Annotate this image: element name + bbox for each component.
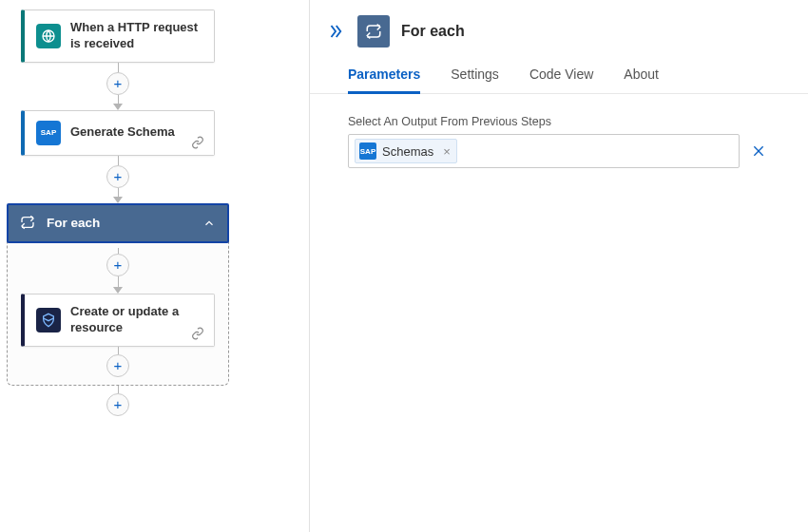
output-field-row: SAP Schemas × xyxy=(310,134,808,168)
connector: + xyxy=(21,248,215,294)
connector: + xyxy=(21,347,215,377)
for-each-header[interactable]: For each xyxy=(7,203,229,243)
add-step-button[interactable]: + xyxy=(106,72,129,95)
sap-icon: SAP xyxy=(36,121,61,145)
tab-code-view[interactable]: Code View xyxy=(529,66,593,93)
flow-canvas: When a HTTP request is received + SAP Ge… xyxy=(0,0,309,532)
collapse-button[interactable] xyxy=(327,23,344,40)
tab-parameters[interactable]: Parameters xyxy=(348,66,420,94)
token-remove-button[interactable]: × xyxy=(443,144,451,159)
clear-button[interactable] xyxy=(751,143,770,159)
token-label: Schemas xyxy=(382,144,433,159)
link-icon xyxy=(191,136,204,149)
sap-icon: SAP xyxy=(359,142,376,160)
plus-icon: + xyxy=(114,75,123,91)
step-generate-schema[interactable]: SAP Generate Schema xyxy=(21,110,215,156)
plus-icon: + xyxy=(114,396,123,412)
link-icon xyxy=(191,327,204,340)
plus-icon: + xyxy=(114,357,123,373)
chevron-up-icon xyxy=(202,217,216,230)
plus-icon: + xyxy=(114,256,123,273)
token-schemas[interactable]: SAP Schemas × xyxy=(355,139,457,163)
output-input[interactable]: SAP Schemas × xyxy=(348,134,740,168)
connector: + xyxy=(21,63,215,110)
pane-tabs: Parameters Settings Code View About xyxy=(310,53,808,94)
step-title: When a HTTP request is received xyxy=(70,20,202,52)
add-step-button[interactable]: + xyxy=(106,354,129,377)
add-step-button[interactable]: + xyxy=(106,165,129,188)
loop-icon xyxy=(20,215,37,232)
pane-title: For each xyxy=(401,23,465,40)
plus-icon: + xyxy=(114,168,123,184)
http-icon xyxy=(36,24,61,48)
step-title: Create or update a resource xyxy=(70,304,202,336)
pane-header: For each xyxy=(310,0,808,53)
step-title: For each xyxy=(47,216,193,230)
tab-about[interactable]: About xyxy=(624,66,659,93)
step-title: Generate Schema xyxy=(70,124,175,141)
connector: + xyxy=(7,386,229,416)
output-field-label: Select An Output From Previous Steps xyxy=(310,94,808,134)
add-step-button[interactable]: + xyxy=(106,254,129,276)
step-create-update-resource[interactable]: Create or update a resource xyxy=(21,294,215,347)
connector: + xyxy=(21,156,215,203)
details-pane: For each Parameters Settings Code View A… xyxy=(309,0,808,532)
add-step-button[interactable]: + xyxy=(106,393,129,416)
loop-icon xyxy=(357,15,390,48)
resource-icon xyxy=(36,308,61,332)
for-each-container: For each + Create or update a resource xyxy=(7,203,229,386)
for-each-body: + Create or update a resource + xyxy=(8,242,228,377)
step-http-trigger[interactable]: When a HTTP request is received xyxy=(21,10,215,63)
tab-settings[interactable]: Settings xyxy=(451,66,499,93)
